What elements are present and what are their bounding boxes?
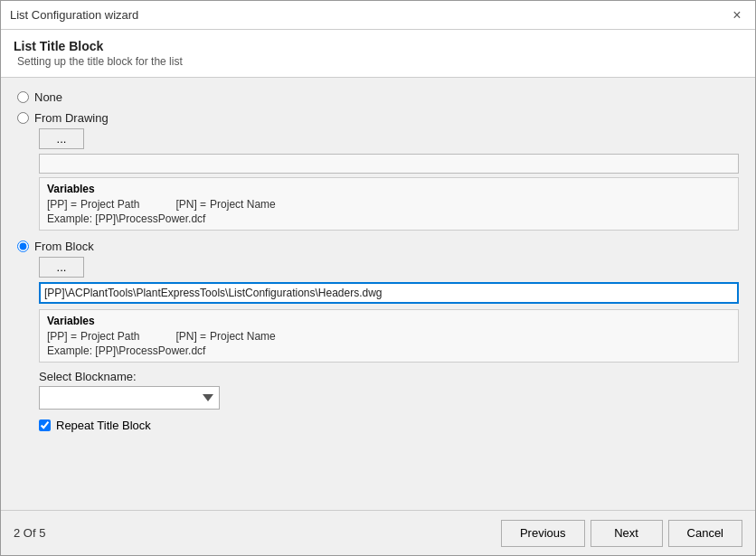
footer: 2 Of 5 Previous Next Cancel xyxy=(1,510,755,555)
repeat-title-block-row: Repeat Title Block xyxy=(39,419,739,432)
repeat-title-block-label[interactable]: Repeat Title Block xyxy=(56,419,151,432)
from-drawing-variables-title: Variables xyxy=(47,183,731,195)
none-radio[interactable] xyxy=(17,91,29,103)
from-block-radio-row: From Block xyxy=(17,240,739,253)
from-drawing-var1-value: Project Path xyxy=(80,198,139,211)
none-label[interactable]: None xyxy=(34,90,62,104)
select-wrapper xyxy=(39,386,739,410)
from-drawing-var2: [PN] = Project Name xyxy=(175,198,275,211)
from-drawing-block: ... Variables [PP] = Project Path [PN] =… xyxy=(39,128,739,231)
header-subtitle: Setting up the title block for the list xyxy=(14,55,742,68)
from-block-var1-value: Project Path xyxy=(80,330,139,343)
select-blockname-label: Select Blockname: xyxy=(39,370,739,383)
close-button[interactable]: × xyxy=(728,6,746,24)
from-block-path-input[interactable] xyxy=(39,282,739,304)
from-block-block: ... Variables [PP] = Project Path [PN] =… xyxy=(39,257,739,432)
previous-button[interactable]: Previous xyxy=(501,520,585,547)
from-block-label[interactable]: From Block xyxy=(34,240,94,253)
content-area: None From Drawing ... Variables [PP] = P… xyxy=(1,78,755,510)
footer-buttons: Previous Next Cancel xyxy=(501,520,742,547)
from-block-var2-value: Project Name xyxy=(210,330,276,343)
from-block-var1-key: [PP] = xyxy=(47,330,77,343)
from-drawing-label[interactable]: From Drawing xyxy=(34,111,109,125)
dialog: List Configuration wizard × List Title B… xyxy=(0,0,756,556)
cancel-button[interactable]: Cancel xyxy=(668,520,742,547)
select-blockname-container: Select Blockname: xyxy=(39,370,739,410)
blockname-select[interactable] xyxy=(39,386,220,410)
from-drawing-radio-row: From Drawing xyxy=(17,111,739,125)
from-block-var-row: [PP] = Project Path [PN] = Project Name xyxy=(47,330,731,343)
from-drawing-var2-key: [PN] = xyxy=(175,198,206,211)
dialog-title: List Configuration wizard xyxy=(10,8,138,22)
from-drawing-radio[interactable] xyxy=(17,112,29,124)
from-drawing-variables-box: Variables [PP] = Project Path [PN] = Pro… xyxy=(39,177,739,231)
from-block-variables-box: Variables [PP] = Project Path [PN] = Pro… xyxy=(39,309,739,363)
from-drawing-var-row: [PP] = Project Path [PN] = Project Name xyxy=(47,198,731,211)
from-drawing-browse-button[interactable]: ... xyxy=(39,128,84,149)
from-drawing-example: Example: [PP]\ProcessPower.dcf xyxy=(47,212,731,225)
header-title: List Title Block xyxy=(14,39,742,53)
from-drawing-var1: [PP] = Project Path xyxy=(47,198,139,211)
from-block-variables-title: Variables xyxy=(47,315,731,327)
from-drawing-path-input[interactable] xyxy=(39,154,739,174)
from-block-section: From Block ... Variables [PP] = Project … xyxy=(17,240,739,432)
header-section: List Title Block Setting up the title bl… xyxy=(1,30,755,78)
repeat-title-block-checkbox[interactable] xyxy=(39,419,51,431)
title-bar: List Configuration wizard × xyxy=(1,1,755,30)
none-radio-row: None xyxy=(17,90,739,104)
from-drawing-section: From Drawing ... Variables [PP] = Projec… xyxy=(17,111,739,231)
page-info: 2 Of 5 xyxy=(14,526,45,540)
from-block-browse-button[interactable]: ... xyxy=(39,257,84,278)
none-section: None xyxy=(17,90,739,104)
from-drawing-var2-value: Project Name xyxy=(210,198,276,211)
next-button[interactable]: Next xyxy=(591,520,663,547)
from-block-var2: [PN] = Project Name xyxy=(175,330,275,343)
from-block-var2-key: [PN] = xyxy=(175,330,206,343)
from-block-var1: [PP] = Project Path xyxy=(47,330,139,343)
from-drawing-var1-key: [PP] = xyxy=(47,198,77,211)
from-block-radio[interactable] xyxy=(17,240,29,252)
from-block-example: Example: [PP]\ProcessPower.dcf xyxy=(47,344,731,357)
